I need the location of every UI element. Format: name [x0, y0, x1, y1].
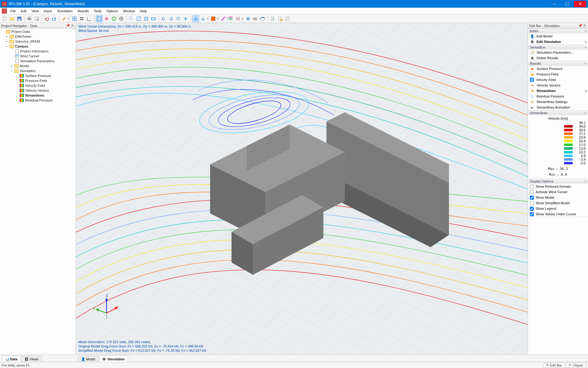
- result-pressure-field[interactable]: ▦Pressure Field: [528, 71, 588, 77]
- section-button[interactable]: ▾: [235, 15, 241, 22]
- section-simulation[interactable]: Simulation▾: [528, 45, 588, 50]
- result-residual-pressure[interactable]: ◍Residual Pressure: [528, 94, 588, 99]
- tab-views[interactable]: 🖼Views: [21, 356, 42, 362]
- redo-button[interactable]: [51, 15, 58, 22]
- tree-item-model[interactable]: +Model: [0, 63, 76, 68]
- menu-tools[interactable]: Tools: [91, 8, 104, 14]
- tree-item-eiffel[interactable]: +EiffelTower: [0, 34, 76, 39]
- rotate-right-button[interactable]: [168, 15, 174, 22]
- settings-button[interactable]: [277, 15, 284, 22]
- grid-button[interactable]: [71, 15, 78, 22]
- menu-results[interactable]: Results: [75, 8, 91, 14]
- tree-item-campus[interactable]: −Campus: [0, 44, 76, 49]
- zoom-selected-button[interactable]: [143, 15, 149, 22]
- tree-root[interactable]: Project Data: [0, 29, 76, 34]
- zoom-window-button[interactable]: [128, 15, 135, 22]
- generate-mesh-button[interactable]: [103, 15, 110, 22]
- snapshot-button[interactable]: [259, 15, 266, 22]
- menu-insert[interactable]: Insert: [41, 8, 55, 14]
- minimize-button[interactable]: —: [548, 1, 560, 7]
- status-clipper-button[interactable]: ✂ Clipper: [566, 363, 586, 368]
- streamlines-animation-item[interactable]: ▶Streamlines Animation: [528, 105, 588, 110]
- section-streamlines-legend[interactable]: Streamlines▾: [528, 110, 588, 115]
- close-button[interactable]: ✕: [574, 1, 586, 7]
- editbar-close-icon[interactable]: ✕: [582, 24, 587, 28]
- checkbox[interactable]: [530, 207, 534, 211]
- tree-item-surface-pressure[interactable]: Surface Pressure: [0, 73, 76, 78]
- checkbox[interactable]: [530, 212, 534, 216]
- tree-item-wind-tunnel[interactable]: Wind Tunnel: [0, 54, 76, 59]
- maximize-button[interactable]: ▢: [561, 1, 573, 7]
- checkbox[interactable]: [530, 196, 534, 200]
- tree-item-streamlines[interactable]: Streamlines: [0, 93, 76, 98]
- result-velocity-field[interactable]: VVelocity Field: [528, 77, 588, 82]
- print-button[interactable]: [26, 15, 33, 22]
- display-option[interactable]: Show Reduced Domain: [528, 184, 588, 189]
- wireframe-button[interactable]: ▾: [200, 15, 206, 22]
- editbar-pin-icon[interactable]: 📌: [578, 24, 582, 28]
- pan-button[interactable]: [182, 15, 189, 22]
- result-surface-pressure[interactable]: ◆Surface Pressure: [528, 66, 588, 71]
- menu-edit[interactable]: Edit: [18, 8, 29, 14]
- stop-simulation-button[interactable]: [118, 15, 125, 22]
- layers-button[interactable]: [245, 15, 251, 22]
- display-option[interactable]: Show Simplified Model: [528, 200, 588, 206]
- menu-file[interactable]: File: [8, 8, 18, 14]
- close-panel-icon[interactable]: ✕: [70, 24, 74, 28]
- undo-button[interactable]: [43, 15, 50, 22]
- tree-item-sim-params[interactable]: Simulation Parameters: [0, 59, 76, 63]
- run-simulation-button[interactable]: [111, 15, 117, 22]
- result-streamlines[interactable]: ≋Streamlines◂: [528, 88, 588, 94]
- display-option[interactable]: Activate Wind Tunnel: [528, 189, 588, 195]
- open-button[interactable]: [9, 15, 15, 22]
- save-button[interactable]: [16, 15, 23, 22]
- menu-options[interactable]: Options: [104, 8, 121, 14]
- streamlines-settings-item[interactable]: ⚙Streamlines Settings: [528, 99, 588, 105]
- project-tree[interactable]: Project Data +EiffelTower +Vokovice_RFEM…: [0, 29, 76, 355]
- tab-data[interactable]: 📊Data: [2, 356, 21, 362]
- checkbox[interactable]: [530, 201, 534, 205]
- display-option[interactable]: Show Legend: [528, 206, 588, 211]
- viewport-3d[interactable]: Wind Tunnel Dimensions: Dx = 589.915 m, …: [76, 23, 528, 355]
- clip-button[interactable]: [227, 15, 234, 22]
- tree-item-proj-info[interactable]: Project Information: [0, 49, 76, 54]
- tree-item-velocity-field[interactable]: Velocity Field: [0, 83, 76, 88]
- tree-item-velocity-vectors[interactable]: Velocity Vectors: [0, 88, 76, 93]
- render-mode-button[interactable]: [192, 15, 199, 22]
- pin-icon[interactable]: 📌: [66, 24, 70, 28]
- rotate-reset-button[interactable]: [175, 15, 182, 22]
- edit-model-item[interactable]: 👤Edit Model: [528, 33, 588, 39]
- display-option[interactable]: Show Model: [528, 195, 588, 200]
- info-button[interactable]: [284, 15, 291, 22]
- camera-button[interactable]: ▾: [252, 15, 259, 22]
- snap-button[interactable]: [78, 15, 85, 22]
- menu-window[interactable]: Window: [121, 8, 138, 14]
- status-editbar-button[interactable]: ✎ Edit Bar: [543, 363, 565, 368]
- view-mode-1-button[interactable]: [96, 15, 103, 22]
- rotate-left-button[interactable]: [160, 15, 167, 22]
- delete-results-item[interactable]: 🗑Delete Results: [528, 55, 588, 61]
- tab-simulation[interactable]: ⚙Simulation: [99, 356, 128, 362]
- section-editor[interactable]: Editor▾: [528, 29, 588, 33]
- tree-item-simulation[interactable]: −Simulation: [0, 68, 76, 73]
- export-button[interactable]: [270, 15, 276, 22]
- simulation-params-item[interactable]: 📝Simulation Parameters...: [528, 50, 588, 55]
- section-results[interactable]: Results▾: [528, 61, 588, 66]
- tree-item-pressure-field[interactable]: Pressure Field: [0, 78, 76, 83]
- color-button[interactable]: ▾: [210, 15, 217, 22]
- display-option[interactable]: Show Values Under Cursor: [528, 211, 588, 217]
- edit-simulation-item[interactable]: ⚙Edit Simulation◂: [528, 39, 588, 44]
- tree-item-vokovice[interactable]: +Vokovice_RFEM: [0, 39, 76, 44]
- tree-item-residual-pressure[interactable]: Residual Pressure: [0, 98, 76, 103]
- section-display-options[interactable]: Display Options▾: [528, 179, 588, 184]
- menu-help[interactable]: Help: [138, 8, 149, 14]
- zoom-all-button[interactable]: [135, 15, 142, 22]
- tab-model[interactable]: 👤Model: [78, 356, 99, 362]
- edit-button[interactable]: ▾: [61, 15, 68, 22]
- new-button[interactable]: [1, 15, 8, 22]
- measure-button[interactable]: ▾: [220, 15, 227, 22]
- axes-button[interactable]: [86, 15, 92, 22]
- result-velocity-vectors[interactable]: ➤Velocity Vectors: [528, 82, 588, 88]
- print-preview-button[interactable]: [33, 15, 40, 22]
- checkbox[interactable]: [530, 190, 534, 194]
